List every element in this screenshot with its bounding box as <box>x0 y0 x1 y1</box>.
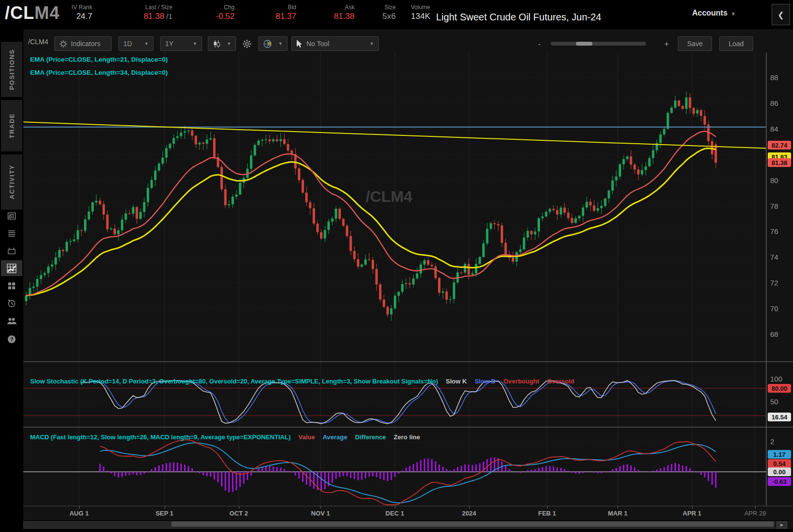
axis-badge-value: -0.63 <box>772 478 787 485</box>
horizontal-scrollbar[interactable]: ▶ <box>23 521 793 529</box>
sidebar-tab-trade[interactable]: TRADE <box>1 100 22 151</box>
stoch-tick-label: 50 <box>770 398 778 406</box>
macd-tick-label: 2 <box>770 437 774 446</box>
community-icon[interactable] <box>1 313 22 329</box>
macd-label: MACD (Fast length=12, Slow length=26, MA… <box>30 433 420 441</box>
collapse-panel-button[interactable]: ❮ <box>772 4 790 25</box>
active-tool-dropdown[interactable]: No Tool▼ <box>291 36 379 51</box>
field-volume: Volume 134K <box>402 4 430 22</box>
chart-toolbar: /CLM4 Indicators 1D▼ 1Y▼ ▼ ▼ <box>23 29 793 53</box>
x-axis-label: FEB 1 <box>538 510 556 517</box>
x-axis-label: NOV 1 <box>311 510 330 517</box>
x-axis-tick <box>547 506 548 509</box>
x-axis-tick <box>165 506 165 509</box>
price-tick-label: 80 <box>770 176 778 184</box>
axis-badge-value: 16.54 <box>772 414 788 421</box>
watchlist-icon[interactable] <box>1 225 22 241</box>
x-axis: AUG 1SEP 1OCT 2NOV 1DEC 12024FEB 1MAR 1A… <box>23 506 793 520</box>
x-axis-label: SEP 1 <box>155 510 173 517</box>
studies-gear-icon <box>59 40 67 48</box>
chevron-left-icon: ❮ <box>777 10 784 19</box>
tv-icon[interactable] <box>1 243 22 259</box>
left-sidebar: POSITIONS TRADE ACTIVITY <box>0 29 23 532</box>
field-iv-rank: IV Rank 24.7 <box>51 4 92 22</box>
x-axis-tick <box>79 506 80 509</box>
chart-style-dropdown[interactable]: ▼ <box>208 36 236 51</box>
ema1-label: EMA (Price=CLOSE, Length=21, Displace=0) <box>30 56 168 63</box>
price-tick-label: 72 <box>770 279 778 287</box>
quote-header: /CLM4 IV Rank 24.7 Last / Size 81.38 /1 … <box>0 0 793 29</box>
gear-icon <box>242 39 252 49</box>
field-ask: Ask 81.38 <box>315 4 354 22</box>
stoch-tick-label: 100 <box>770 375 782 383</box>
zoom-slider[interactable] <box>551 42 646 46</box>
x-axis-tick <box>239 506 239 509</box>
scrollbar-right-arrow[interactable]: ▶ <box>776 521 787 529</box>
sidebar-tab-activity[interactable]: ACTIVITY <box>1 154 22 210</box>
x-axis-tick <box>395 506 395 509</box>
axis-badge-value: 80.00 <box>772 385 788 392</box>
x-axis-tick <box>469 506 470 509</box>
drawing-globe-icon <box>263 39 272 49</box>
arrow-right-icon: ▶ <box>780 523 783 527</box>
cursor-icon <box>296 40 303 48</box>
price-tick-label: 68 <box>770 330 778 338</box>
save-button[interactable]: Save <box>678 36 712 51</box>
axis-badge-value: 81.38 <box>772 159 788 166</box>
chevron-down-icon: ▼ <box>193 41 197 46</box>
sidebar-tab-positions[interactable]: POSITIONS <box>1 42 22 97</box>
chevron-down-icon: ▼ <box>227 41 231 46</box>
svg-text:?: ? <box>10 336 14 342</box>
x-axis-tick <box>321 506 321 509</box>
history-icon[interactable] <box>1 295 22 311</box>
axis-badge-value: 1.17 <box>773 451 785 458</box>
chevron-down-icon: ▼ <box>144 41 149 46</box>
accounts-dropdown[interactable]: Accounts▼ <box>692 9 736 17</box>
price-tick-label: 76 <box>770 227 778 235</box>
news-icon[interactable] <box>1 208 22 224</box>
svg-text:/CLM4: /CLM4 <box>366 188 412 205</box>
chart-area[interactable]: /CLM4EMA (Price=CLOSE, Length=21, Displa… <box>23 52 793 506</box>
x-axis-tick <box>755 506 756 509</box>
drawing-set-dropdown[interactable]: ▼ <box>258 36 287 51</box>
chevron-down-icon: ▼ <box>278 41 283 46</box>
price-chart[interactable]: /CLM4EMA (Price=CLOSE, Length=21, Displa… <box>23 52 793 506</box>
axis-badge-value: 0.54 <box>773 460 786 467</box>
price-tick-label: 86 <box>770 99 778 107</box>
chevron-down-icon: ▼ <box>731 11 736 17</box>
indicators-button[interactable]: Indicators <box>54 36 112 51</box>
stochastic-label: Slow Stochastic (K Period=14, D Period=3… <box>30 378 574 385</box>
field-bid: Bid 81.37 <box>256 4 296 22</box>
scrollbar-thumb[interactable] <box>171 521 774 527</box>
field-chg: Chg -0.52 <box>197 4 235 22</box>
range-dropdown[interactable]: 1Y▼ <box>160 36 202 51</box>
instrument-description: Light Sweet Crude Oil Futures, Jun-24 <box>436 12 601 23</box>
axis-badge-value: 0.00 <box>773 468 785 476</box>
timeframe-dropdown[interactable]: 1D▼ <box>118 36 153 51</box>
chart-settings-button[interactable] <box>240 37 253 50</box>
zoom-in-button[interactable]: + <box>664 40 669 49</box>
x-axis-tick <box>618 506 618 509</box>
x-axis-label: 2024 <box>462 510 476 517</box>
trading-platform-window: { "header": { "symbol_root": "/CL", "sym… <box>0 0 793 532</box>
x-axis-label: APR 28 <box>744 510 766 517</box>
candlestick-icon <box>213 40 220 48</box>
chart-icon[interactable] <box>1 260 22 276</box>
axis-badge-value: 82.74 <box>772 142 788 149</box>
grid-icon[interactable] <box>1 278 22 294</box>
x-axis-label: APR 1 <box>683 510 701 517</box>
zoom-out-button[interactable]: - <box>538 40 540 49</box>
help-icon[interactable]: ? <box>1 331 22 347</box>
price-tick-label: 84 <box>770 125 778 133</box>
x-axis-tick <box>692 506 692 509</box>
x-axis-label: AUG 1 <box>69 510 89 517</box>
price-tick-label: 74 <box>770 253 778 261</box>
chevron-down-icon: ▼ <box>370 41 374 46</box>
ema2-label: EMA (Price=CLOSE, Length=34, Displace=0) <box>30 69 168 76</box>
zoom-slider-thumb[interactable] <box>576 42 592 46</box>
price-tick-label: 70 <box>770 304 778 313</box>
field-last-size: Last / Size 81.38 /1 <box>109 4 172 22</box>
field-size: Size 5x6 <box>371 4 396 22</box>
load-button[interactable]: Load <box>719 36 753 51</box>
price-tick-label: 78 <box>770 202 778 210</box>
